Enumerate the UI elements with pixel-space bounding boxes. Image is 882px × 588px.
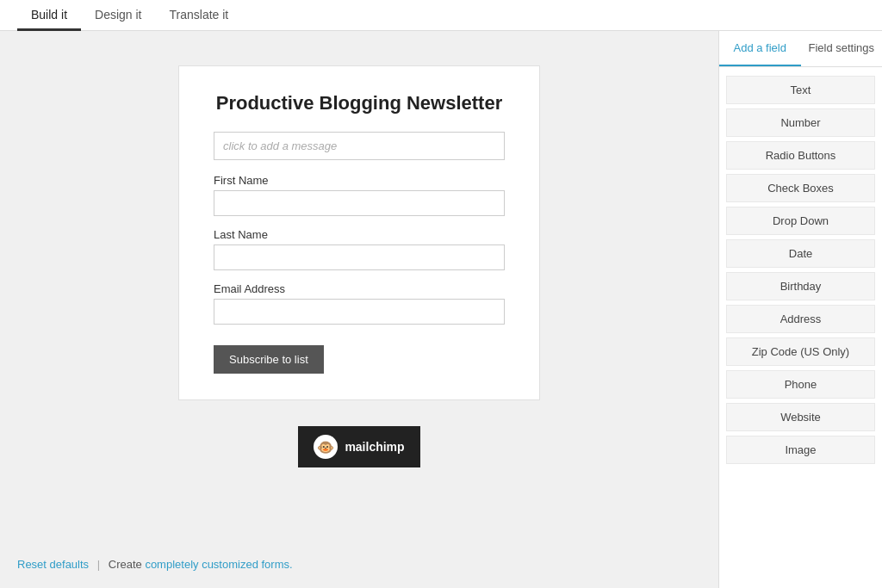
- lastname-label: Last Name: [214, 228, 505, 241]
- bottom-bar: Reset defaults | Create completely custo…: [17, 558, 293, 571]
- subscribe-button[interactable]: Subscribe to list: [214, 345, 324, 374]
- sidebar-tab-field-settings[interactable]: Field settings: [801, 31, 883, 66]
- top-nav: Build it Design it Translate it: [0, 0, 882, 31]
- field-btn-date[interactable]: Date: [726, 239, 875, 268]
- tab-translate[interactable]: Translate it: [156, 0, 243, 31]
- form-title: Productive Blogging Newsletter: [214, 92, 505, 115]
- lastname-input[interactable]: [214, 244, 505, 270]
- field-btn-zip-code-(us-only)[interactable]: Zip Code (US Only): [726, 337, 875, 366]
- field-btn-website[interactable]: Website: [726, 403, 875, 431]
- mailchimp-badge: 🐵 mailchimp: [298, 426, 419, 467]
- field-btn-number[interactable]: Number: [726, 108, 875, 137]
- email-label: Email Address: [214, 282, 505, 295]
- tab-build[interactable]: Build it: [17, 0, 81, 31]
- main-layout: Productive Blogging Newsletter click to …: [0, 31, 882, 588]
- sidebar-tab-add-field[interactable]: Add a field: [719, 31, 801, 66]
- field-list: TextNumberRadio ButtonsCheck BoxesDrop D…: [719, 67, 882, 473]
- field-btn-phone[interactable]: Phone: [726, 370, 875, 399]
- monkey-icon: 🐵: [314, 435, 338, 459]
- canvas-area: Productive Blogging Newsletter click to …: [0, 31, 718, 588]
- message-box[interactable]: click to add a message: [214, 132, 505, 160]
- sidebar-tabs: Add a field Field settings: [719, 31, 882, 67]
- form-container: Productive Blogging Newsletter click to …: [178, 65, 540, 400]
- right-sidebar: Add a field Field settings TextNumberRad…: [718, 31, 882, 588]
- firstname-input[interactable]: [214, 190, 505, 216]
- customized-forms-link[interactable]: completely customized forms.: [145, 558, 292, 571]
- divider: |: [97, 558, 100, 571]
- mailchimp-badge-text: mailchimp: [345, 440, 404, 454]
- reset-defaults-link[interactable]: Reset defaults: [17, 558, 89, 571]
- field-btn-address[interactable]: Address: [726, 305, 875, 333]
- field-btn-radio-buttons[interactable]: Radio Buttons: [726, 141, 875, 170]
- field-btn-check-boxes[interactable]: Check Boxes: [726, 174, 875, 202]
- email-input[interactable]: [214, 299, 505, 325]
- tab-design[interactable]: Design it: [81, 0, 155, 31]
- field-group-firstname: First Name: [214, 174, 505, 216]
- field-group-lastname: Last Name: [214, 228, 505, 270]
- firstname-label: First Name: [214, 174, 505, 187]
- field-btn-text[interactable]: Text: [726, 76, 875, 104]
- field-btn-image[interactable]: Image: [726, 436, 875, 464]
- field-group-email: Email Address: [214, 282, 505, 325]
- create-text: Create: [109, 558, 146, 571]
- field-btn-birthday[interactable]: Birthday: [726, 272, 875, 300]
- field-btn-drop-down[interactable]: Drop Down: [726, 207, 875, 235]
